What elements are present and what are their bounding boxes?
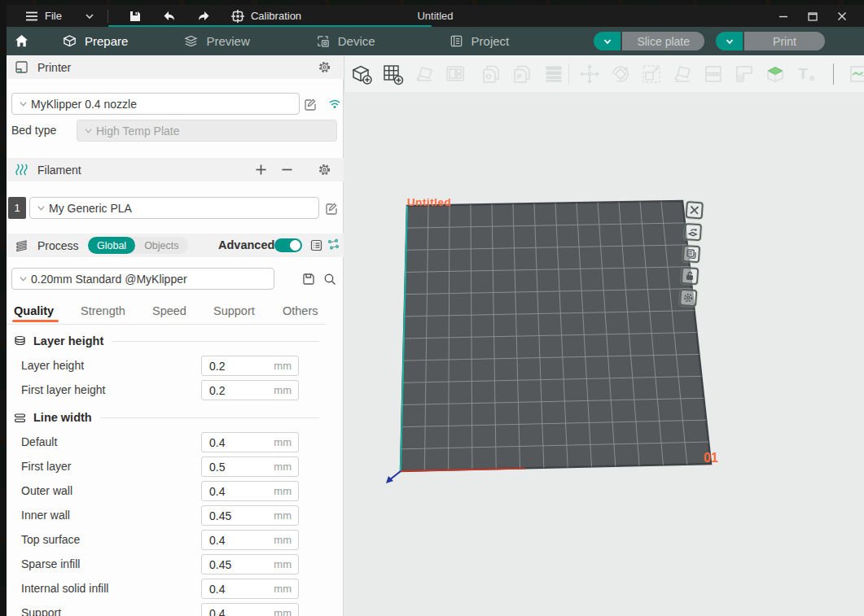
calibration-label: Calibration [251,10,301,22]
bed-type-combo[interactable]: High Temp Plate [77,120,337,142]
plate-title-label: Untitled [407,196,451,208]
svg-text:a: a [809,72,815,82]
compare-presets-icon[interactable] [327,238,340,251]
calibration-button[interactable]: Calibration [230,9,301,24]
setting-unit: mm [274,534,292,546]
plate-gear-icon[interactable] [679,289,697,307]
process-tab-speed[interactable]: Speed [152,304,186,317]
process-preset-combo[interactable]: 0.20mm Standard @MyKlipper [11,268,274,290]
scope-objects-option[interactable]: Objects [135,237,187,254]
chevron-down-icon [19,99,28,108]
add-plate-icon[interactable] [380,62,405,86]
slice-plate-button[interactable]: Slice plate [594,32,704,50]
close-icon[interactable] [836,11,848,22]
tab-device[interactable]: Device [296,27,395,55]
line-width-icon [13,411,27,425]
setting-label: Internal solid infill [21,582,108,595]
lock-plate-icon[interactable] [681,267,699,285]
process-tab-quality[interactable]: Quality [14,304,54,317]
titlebar-separator [107,10,108,23]
advanced-toggle[interactable] [274,238,302,252]
plate-settings-icon[interactable] [682,245,700,263]
arrange-icon [443,62,467,86]
edit-printer-icon[interactable] [303,97,318,111]
main-tab-bar: Prepare Preview Device Project Slice pla… [7,27,864,55]
filament-settings-gear-icon[interactable] [318,163,331,177]
setting-input[interactable]: 0.45mm [201,554,299,574]
setting-label: Outer wall [21,484,72,497]
print-options-dropdown[interactable] [716,32,743,50]
printer-icon [14,59,29,75]
tab-preview[interactable]: Preview [164,27,269,55]
filament-icon [14,162,29,177]
edit-filament-icon[interactable] [324,201,339,216]
active-tab-underline [12,320,59,322]
chevron-down-icon [603,37,612,46]
setting-input[interactable]: 0.2mm [201,356,299,376]
variable-layer-height-icon [542,62,566,86]
setting-input[interactable]: 0.4mm [201,579,299,599]
chevron-down-icon[interactable] [85,11,94,21]
build-plate[interactable] [344,92,864,616]
add-filament-icon[interactable] [254,163,268,177]
preview-icon [183,33,199,49]
process-tab-others[interactable]: Others [283,304,318,317]
tab-project-label: Project [471,34,510,48]
remove-filament-icon[interactable] [280,163,294,177]
screen-edge-left [0,0,7,616]
scale-icon [639,62,664,86]
save-icon[interactable] [128,9,143,24]
slice-plate-label: Slice plate [622,32,704,50]
setting-input[interactable]: 0.4mm [201,432,299,452]
filament-index-badge[interactable]: 1 [8,197,26,219]
process-tab-support[interactable]: Support [213,304,255,317]
setting-input[interactable]: 0.2mm [201,380,299,400]
cut-icon [701,62,726,86]
tab-prepare[interactable]: Prepare [37,27,152,55]
move-icon [577,62,602,86]
add-object-icon[interactable] [349,62,374,86]
maximize-icon[interactable] [807,11,818,22]
wifi-connection-icon[interactable] [327,96,342,111]
setting-value: 0.4 [209,436,274,449]
file-menu-label: File [45,10,62,22]
printer-preset-combo[interactable]: MyKlipper 0.4 nozzle [11,93,300,115]
scope-global-option[interactable]: Global [88,237,135,254]
filament-preset-value: My Generic PLA [49,202,132,215]
file-menu[interactable]: File [24,9,62,24]
undo-icon[interactable] [162,9,177,24]
setting-value: 0.2 [209,384,274,397]
tab-project[interactable]: Project [429,27,529,55]
setting-label: Top surface [21,533,80,546]
search-settings-icon[interactable] [322,272,337,286]
redo-icon[interactable] [196,9,211,24]
prepare-icon [62,33,77,49]
group-divider [100,417,319,418]
preset-list-icon[interactable] [309,238,323,252]
process-tab-strength[interactable]: Strength [81,304,125,317]
printer-settings-gear-icon[interactable] [318,60,331,74]
setting-input[interactable]: 0.4mm [201,603,299,616]
filament-preset-combo[interactable]: My Generic PLA [29,197,319,219]
setting-input[interactable]: 0.4mm [201,530,299,550]
delete-plate-icon[interactable] [686,201,704,219]
home-button[interactable] [7,27,36,55]
setting-input[interactable]: 0.45mm [201,505,299,526]
setting-input[interactable]: 0.4mm [201,481,299,501]
color-paint-icon [763,62,787,86]
svg-text:P: P [517,72,522,81]
place-on-face-icon [670,62,695,86]
slice-options-dropdown[interactable] [594,32,621,50]
3d-viewport[interactable]: Untitled 01 [344,92,864,616]
setting-label: Inner wall [21,509,70,522]
bed-type-value: High Temp Plate [96,125,179,138]
setting-row: Support0.4mm [7,603,326,616]
process-scope-toggle: Global Objects [88,237,188,254]
setting-row: First layer height0.2mm [7,380,326,401]
setting-row: First layer0.5mm [7,457,326,478]
orient-plate-icon[interactable] [684,223,702,241]
minimize-icon[interactable] [778,11,789,22]
setting-input[interactable]: 0.5mm [201,457,299,477]
print-button[interactable]: Print [716,32,825,50]
save-preset-icon[interactable] [301,272,316,286]
